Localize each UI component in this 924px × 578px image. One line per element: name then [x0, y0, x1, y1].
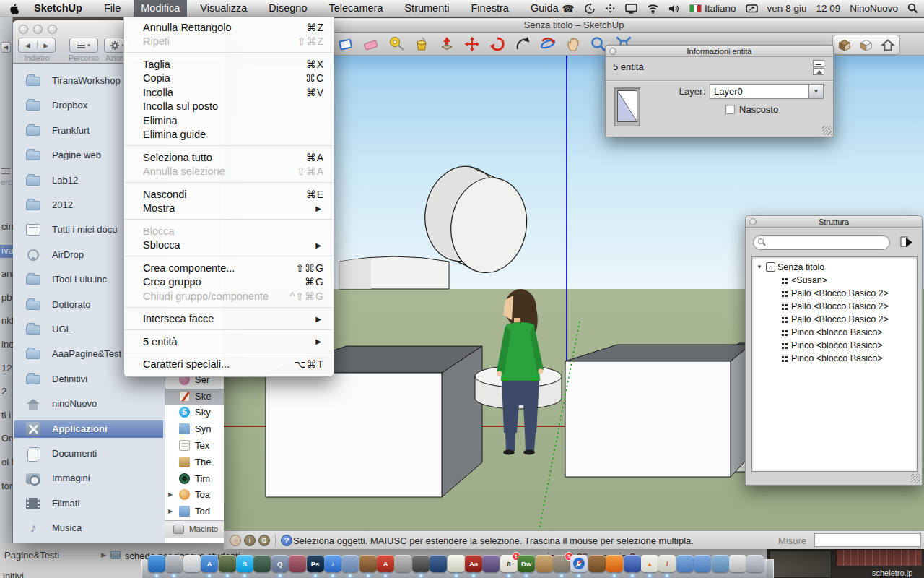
- disclosure-triangle-icon[interactable]: ▶: [168, 491, 173, 498]
- close-icon[interactable]: [19, 25, 28, 34]
- menu-guida[interactable]: Guida: [529, 0, 560, 17]
- dock-dreamweaver[interactable]: Dw: [518, 555, 535, 572]
- dock-ink-app[interactable]: [482, 555, 500, 572]
- menu-item-taglia[interactable]: Taglia⌘X: [124, 57, 334, 72]
- dock-dictionary[interactable]: Aa: [465, 555, 482, 572]
- outliner-item[interactable]: Pinco <blocco Basico>: [752, 326, 918, 339]
- dock-game[interactable]: [219, 555, 236, 572]
- cylinder-left[interactable]: [339, 256, 449, 289]
- dock-textedit[interactable]: [448, 555, 465, 572]
- desktop-image-scheletro[interactable]: [836, 549, 923, 566]
- list-item-sky[interactable]: Sky: [165, 405, 224, 420]
- screen-share-icon[interactable]: [605, 3, 616, 14]
- dock-acrobat[interactable]: A: [377, 555, 394, 572]
- component-icon[interactable]: [336, 35, 355, 53]
- wifi-icon[interactable]: [647, 4, 659, 14]
- tape-measure-icon[interactable]: [387, 35, 406, 53]
- panel-titlebar[interactable]: Struttura: [746, 216, 922, 228]
- dock-system-preferences[interactable]: [165, 555, 183, 572]
- dock-camera-app[interactable]: [412, 555, 430, 572]
- back-icon[interactable]: ◀: [19, 42, 38, 49]
- menu-item-incolla[interactable]: Incolla⌘V: [124, 85, 334, 100]
- menu-item-sblocca[interactable]: Sblocca▶: [124, 238, 334, 253]
- dock-vlc[interactable]: ▲: [641, 555, 658, 572]
- dock-dvd-player[interactable]: [253, 555, 271, 572]
- outliner-item[interactable]: Pallo <Blocco Basico 2>: [752, 300, 918, 313]
- list-item-tim[interactable]: Tim: [165, 471, 224, 487]
- menu-strumenti[interactable]: Strumenti: [403, 0, 450, 17]
- chevron-down-icon[interactable]: ▼: [808, 85, 823, 98]
- list-item-toa[interactable]: ▶Toa: [165, 487, 224, 503]
- sidebar-item-applicazioni[interactable]: Applicazioni: [14, 420, 163, 438]
- dock-safari[interactable]: [570, 555, 588, 572]
- phone-icon[interactable]: ☎: [562, 4, 575, 14]
- outliner-item[interactable]: <Susan>: [752, 274, 918, 287]
- dock-rocket[interactable]: [289, 555, 306, 572]
- sidebar-item-filmati[interactable]: Filmati: [14, 495, 163, 512]
- close-icon[interactable]: [749, 218, 757, 225]
- menu-item-elimina[interactable]: Elimina: [124, 113, 334, 128]
- dock-itunes[interactable]: ♪: [324, 555, 341, 572]
- menu-item-nascondi[interactable]: Nascondi⌘E: [124, 187, 334, 202]
- list-item-tex[interactable]: Tex: [165, 438, 224, 454]
- menu-item-5-entit[interactable]: 5 entità▶: [124, 335, 334, 349]
- pan-icon[interactable]: [564, 35, 583, 53]
- resize-grip[interactable]: [822, 126, 832, 135]
- house-icon[interactable]: [879, 35, 897, 54]
- dock-gear-app[interactable]: [394, 555, 411, 572]
- dock-pet[interactable]: [588, 555, 606, 572]
- dock-finder[interactable]: [148, 555, 165, 572]
- input-source-menu[interactable]: Italiano: [689, 3, 736, 14]
- menu-finestra[interactable]: Finestra: [470, 0, 510, 17]
- menu-item-crea-gruppo[interactable]: Crea gruppo⌘G: [124, 275, 334, 290]
- menu-disegno[interactable]: Disegno: [267, 0, 308, 17]
- list-item-tod[interactable]: ▶Tod: [165, 504, 224, 519]
- menu-bar-clock[interactable]: 12 09: [816, 3, 840, 14]
- menu-item-mostra[interactable]: Mostra▶: [124, 202, 334, 216]
- outliner-search-input[interactable]: [753, 235, 890, 250]
- sidebar-item-immagini[interactable]: Immagini: [14, 470, 163, 487]
- sidebar-item-musica[interactable]: Musica: [14, 519, 163, 537]
- layer-dropdown[interactable]: Layer0 ▼: [710, 84, 824, 99]
- dock-app-store[interactable]: A: [201, 555, 218, 572]
- dock-garageband[interactable]: [359, 555, 377, 572]
- dock-globe-app[interactable]: [430, 555, 447, 572]
- paint-bucket-icon[interactable]: [412, 35, 431, 53]
- zoom-window-icon[interactable]: [48, 25, 57, 34]
- push-pull-icon[interactable]: [437, 35, 456, 53]
- disclosure-triangle-icon[interactable]: ▼: [757, 264, 762, 270]
- geolocation-badge-icon[interactable]: ♀: [230, 535, 241, 546]
- forward-icon[interactable]: ▶: [38, 42, 56, 49]
- dock-photos[interactable]: [183, 555, 201, 572]
- menu-item-crea-componente[interactable]: Crea componente...⇧⌘G: [124, 261, 334, 275]
- menu-item-interseca-facce[interactable]: Interseca facce▶: [124, 312, 334, 327]
- hidden-checkbox[interactable]: [725, 105, 735, 114]
- list-item-syn[interactable]: Syn: [165, 421, 224, 437]
- dock-mail[interactable]: [341, 555, 359, 572]
- outliner-item[interactable]: Pallo <Blocco Basico 2>: [752, 287, 918, 300]
- dock-swirl[interactable]: [624, 555, 641, 572]
- menu-telecamera[interactable]: Telecamera: [328, 0, 385, 17]
- dock-firefox[interactable]: [606, 555, 623, 572]
- back-button[interactable]: ◀: [1, 42, 11, 53]
- menu-bar-date[interactable]: ven 8 giu: [767, 3, 807, 14]
- box-white-icon[interactable]: [857, 35, 876, 54]
- desktop-image-thumbnail[interactable]: [770, 551, 832, 578]
- dock-photoshop[interactable]: Ps: [307, 555, 324, 572]
- dock-folder-apps[interactable]: [676, 555, 694, 572]
- move-icon[interactable]: [463, 35, 481, 53]
- desktop-file-label[interactable]: scheletro.jp: [872, 569, 912, 577]
- dock-sketchup[interactable]: /: [658, 555, 676, 572]
- spotlight-icon[interactable]: [907, 3, 918, 14]
- widget-icon[interactable]: [746, 3, 758, 14]
- box-brown-icon[interactable]: [835, 35, 854, 54]
- box-right[interactable]: [565, 345, 751, 477]
- view-options-button[interactable]: ▾: [69, 38, 98, 53]
- outliner-root[interactable]: ▼⌂Senza titolo: [752, 261, 918, 274]
- dock-skype[interactable]: S: [236, 555, 253, 572]
- menu-item-caratteri-speciali[interactable]: Caratteri speciali...⌥⌘T: [124, 358, 334, 372]
- resize-grip[interactable]: [911, 474, 920, 483]
- dock-quicktime[interactable]: Q: [271, 555, 289, 572]
- dock-notebook[interactable]: [536, 555, 553, 572]
- credits-badge-icon-2[interactable]: G: [258, 535, 270, 546]
